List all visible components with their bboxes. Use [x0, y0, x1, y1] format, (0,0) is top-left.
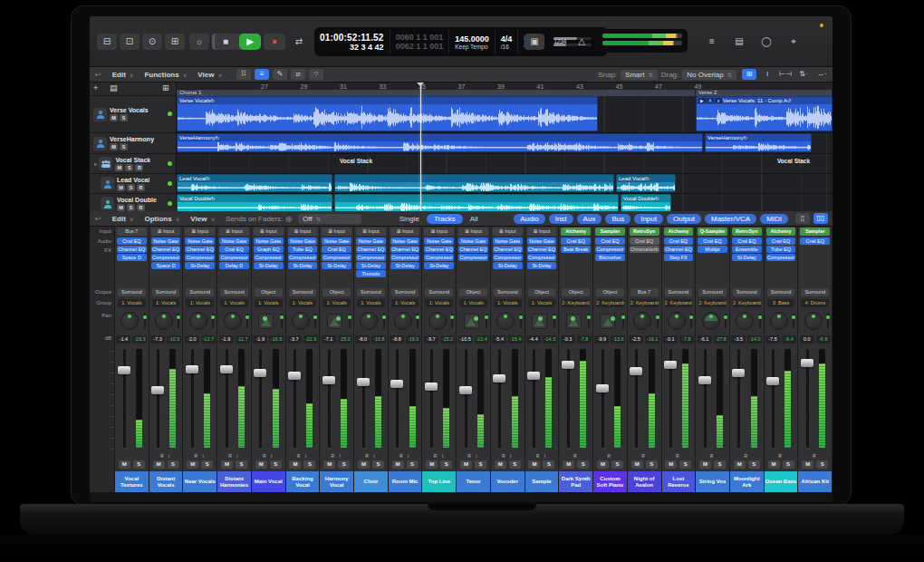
peak-db-value[interactable]: -9.4: [782, 335, 796, 344]
fx-slot[interactable]: Tube EQ: [288, 246, 318, 253]
channel-name[interactable]: Backing Vocal: [286, 471, 320, 492]
solo-button[interactable]: S: [270, 460, 282, 469]
fx-slot[interactable]: Space D: [151, 262, 181, 269]
channel-name[interactable]: Sample: [525, 471, 559, 492]
fader-db-value[interactable]: -6.1: [698, 335, 712, 344]
pan-mini-slider[interactable]: [588, 314, 590, 328]
fx-slot[interactable]: Compressor: [766, 254, 796, 261]
output-slot[interactable]: Object: [322, 288, 351, 296]
fx-slot[interactable]: Compressor: [458, 254, 488, 261]
fx-slot[interactable]: Tremolo: [356, 270, 386, 277]
fader-cap[interactable]: [698, 376, 711, 384]
group-slot[interactable]: 1: Vocals: [186, 299, 214, 307]
input-slot[interactable]: ⊞ Input: [493, 228, 523, 236]
solo-button[interactable]: S: [475, 460, 486, 469]
pan-knob[interactable]: [633, 312, 651, 330]
output-slot[interactable]: Surround: [391, 288, 419, 296]
sends-power-icon[interactable]: ◎: [285, 215, 292, 223]
solo-mode-icon[interactable]: ▣: [525, 34, 544, 50]
group-slot[interactable]: 1: Vocals: [322, 299, 351, 307]
fader-cap[interactable]: [254, 369, 266, 377]
pan-knob[interactable]: [428, 312, 447, 330]
fx-slot[interactable]: ChromaVerb: [630, 246, 659, 253]
solo-button[interactable]: S: [440, 460, 452, 469]
output-slot[interactable]: Bus 7: [630, 288, 659, 296]
mute-button[interactable]: M: [187, 460, 198, 469]
pan-knob[interactable]: [804, 312, 823, 330]
fader-db-value[interactable]: -7.5: [765, 335, 780, 344]
fader-cap[interactable]: [562, 361, 574, 369]
instrument-slot[interactable]: Alchemy: [766, 228, 796, 236]
fader-cap[interactable]: [732, 369, 745, 377]
fx-slot[interactable]: Compressor: [254, 254, 284, 261]
fx-slot[interactable]: Noise Gate: [493, 237, 523, 245]
output-slot[interactable]: Object: [528, 288, 556, 296]
pan-knob[interactable]: [189, 312, 207, 330]
track-options-button[interactable]: ⊞: [162, 83, 169, 92]
filter-bus[interactable]: Bus: [605, 214, 630, 224]
mute-button[interactable]: M: [768, 460, 780, 469]
mute-button[interactable]: M: [153, 460, 165, 469]
fader-db-value[interactable]: -2.5: [629, 335, 643, 344]
fader-db-value[interactable]: -1.9: [253, 335, 267, 344]
fx-slot[interactable]: Noise Gate: [185, 237, 215, 245]
track-header-vocal-stack[interactable]: ∨Vocal StackMSR: [90, 154, 176, 174]
mute-button[interactable]: M: [255, 460, 267, 469]
pan-knob[interactable]: [668, 312, 686, 330]
pan-knob[interactable]: [224, 312, 242, 330]
fx-slot[interactable]: Compressor: [219, 254, 249, 261]
filter-mastervca[interactable]: Master/VCA: [705, 214, 756, 224]
pan-mini-slider[interactable]: [212, 314, 214, 328]
fader-cap[interactable]: [186, 365, 198, 373]
solo-button[interactable]: S: [714, 460, 726, 469]
pan-mini-slider[interactable]: [349, 314, 351, 328]
fader-db-value[interactable]: -8.8: [390, 335, 404, 344]
peak-db-value[interactable]: -16.8: [371, 335, 386, 344]
mute-button[interactable]: M: [631, 460, 643, 469]
solo-button[interactable]: S: [120, 143, 128, 150]
auto-zoom-icon[interactable]: ⊢⊣: [778, 69, 793, 80]
audio-region[interactable]: Vocal Double ↻: [177, 194, 332, 212]
tracks-menu-view[interactable]: View ∨: [197, 71, 222, 79]
fx-slot[interactable]: Channel EQ: [424, 246, 454, 253]
mute-button[interactable]: M: [110, 114, 118, 121]
marker-chorus1[interactable]: Chorus 1: [177, 90, 696, 96]
pan-mini-slider[interactable]: [417, 314, 419, 328]
solo-button[interactable]: S: [783, 460, 794, 469]
output-slot[interactable]: Surround: [801, 288, 829, 296]
solo-button[interactable]: S: [509, 460, 521, 469]
vertical-zoom-slider[interactable]: ⇅·: [796, 69, 811, 80]
input-slot[interactable]: ⊞ Input: [527, 228, 557, 236]
output-slot[interactable]: Surround: [425, 288, 453, 296]
fx-slot[interactable]: Compressor: [527, 254, 557, 261]
group-slot[interactable]: 2: Keyboards: [698, 299, 727, 307]
input-slot[interactable]: ⊞ Input: [219, 228, 249, 236]
input-slot[interactable]: Bus 7: [117, 228, 147, 236]
metronome-icon[interactable]: △: [572, 34, 592, 50]
fx-slot[interactable]: Cnsl EQ: [800, 237, 830, 245]
fader-cap[interactable]: [596, 384, 609, 392]
channel-name[interactable]: Ocean Bass: [765, 471, 798, 492]
output-slot[interactable]: Object: [596, 288, 624, 296]
fx-slot[interactable]: Compressor: [424, 254, 454, 261]
pan-mini-slider[interactable]: [793, 314, 794, 328]
pan-knob[interactable]: [292, 312, 310, 330]
channel-name[interactable]: Moonlight Ark: [730, 471, 764, 492]
fx-slot[interactable]: Noise Gate: [322, 237, 351, 245]
channel-name[interactable]: Harmony Vocal: [320, 471, 353, 492]
filter-aux[interactable]: Aux: [577, 214, 602, 224]
fx-slot[interactable]: Noise Gate: [151, 237, 181, 245]
channel-name[interactable]: Distant Harmonies: [217, 471, 251, 492]
object-pan-pad[interactable]: [566, 314, 582, 329]
solo-button[interactable]: S: [679, 460, 691, 469]
fx-slot[interactable]: Channel EQ: [664, 246, 694, 253]
instrument-slot[interactable]: Alchemy: [561, 228, 591, 236]
input-slot[interactable]: ⊞ Input: [185, 228, 215, 236]
fx-slot[interactable]: Channel EQ: [390, 246, 420, 253]
fx-slot[interactable]: Channel EQ: [117, 246, 147, 253]
fader-cap[interactable]: [459, 386, 472, 394]
fader-db-value[interactable]: -0.1: [663, 335, 678, 344]
channel-name[interactable]: Custom Soft Piano: [593, 471, 627, 492]
fx-slot[interactable]: Graph EQ: [254, 246, 284, 253]
fx-slot[interactable]: Beat Break: [561, 246, 591, 253]
